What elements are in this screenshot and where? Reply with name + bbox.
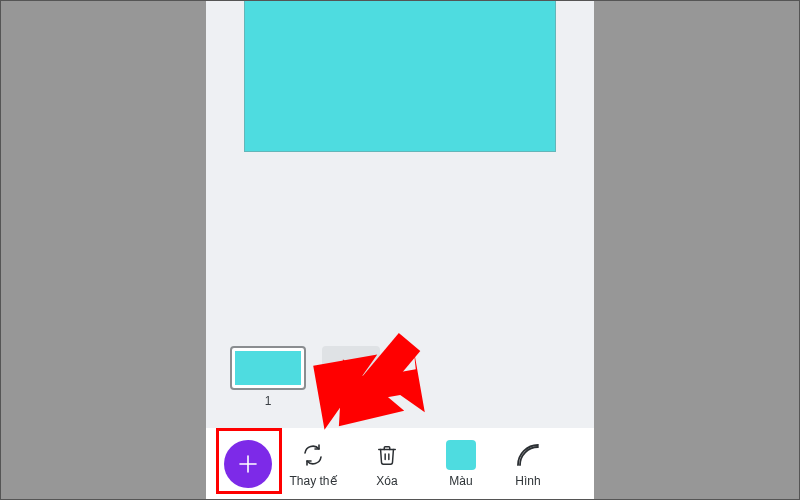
color-swatch-icon (446, 440, 476, 470)
plus-icon (237, 453, 259, 475)
editor-screen: 1 + Thay thế (206, 0, 594, 500)
page-thumb-preview (235, 351, 301, 385)
replace-button[interactable]: Thay thế (276, 440, 350, 488)
add-element-button[interactable] (220, 440, 276, 488)
delete-button[interactable]: Xóa (350, 440, 424, 488)
bottom-toolbar: Thay thế Xóa Màu (206, 428, 594, 500)
canvas-selected-shape[interactable] (244, 0, 556, 152)
add-page-button[interactable]: + (322, 346, 380, 390)
page-thumb-1[interactable]: 1 (230, 346, 306, 408)
trash-icon (376, 444, 398, 466)
color-label: Màu (449, 474, 472, 488)
page-strip: 1 + (230, 346, 380, 408)
fab-circle (224, 440, 272, 488)
color-button[interactable]: Màu (424, 440, 498, 488)
arc-icon (515, 442, 541, 468)
replace-icon (301, 443, 325, 467)
page-number-label: 1 (265, 394, 272, 408)
shape-button[interactable]: Hình (498, 440, 558, 488)
shape-label: Hình (515, 474, 540, 488)
delete-label: Xóa (376, 474, 397, 488)
plus-icon: + (345, 355, 358, 381)
replace-label: Thay thế (289, 474, 336, 488)
page-thumb-frame (230, 346, 306, 390)
